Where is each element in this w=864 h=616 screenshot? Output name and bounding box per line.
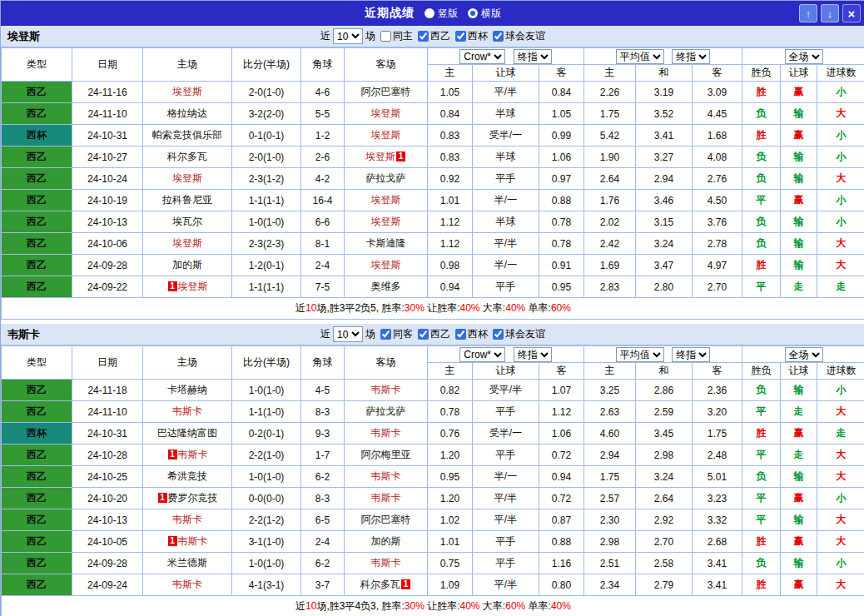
summary-segment: 让胜率:: [425, 302, 460, 314]
recent-count-select[interactable]: 10: [333, 28, 363, 44]
match-score: 1-0(1-0): [232, 211, 301, 233]
asia-home-odds: 0.76: [428, 423, 473, 445]
match-row: 西乙24-10-201费罗尔竞技0-0(0-0)8-3韦斯卡1.20平/半0.7…: [2, 488, 864, 509]
checkbox-label: 西乙: [430, 29, 450, 43]
average-select[interactable]: 平均值: [616, 347, 664, 362]
match-row: 西乙24-09-28加的斯1-2(0-1)2-4埃登斯0.98半/一0.911.…: [2, 255, 864, 276]
average-stage-select[interactable]: 终指: [672, 347, 710, 362]
same-venue-checkbox[interactable]: [380, 31, 391, 42]
euro-draw-odds: 2.64: [636, 488, 693, 509]
odds-company-select[interactable]: Crow*: [459, 347, 505, 362]
goals-result: 小: [817, 488, 864, 509]
radio-icon[interactable]: [425, 8, 434, 18]
friendly-checkbox[interactable]: [493, 329, 504, 340]
summary-segment: 近: [295, 600, 305, 612]
filter-checkbox-friendly[interactable]: 球会友谊: [490, 327, 545, 341]
match-result: 负: [742, 553, 781, 574]
euro-draw-odds: 2.80: [636, 276, 693, 298]
corners: 1-2: [301, 125, 345, 147]
segunda-checkbox[interactable]: [418, 31, 429, 42]
filter-checkbox-segunda[interactable]: 西乙: [415, 327, 450, 341]
home-team: 1韦斯卡: [143, 445, 232, 466]
filter-checkbox-copa[interactable]: 西杯: [453, 327, 488, 341]
filter-checkbox-friendly[interactable]: 球会友谊: [490, 29, 545, 43]
euro-away-odds: 4.97: [693, 255, 742, 276]
match-result: 负: [742, 147, 781, 168]
col-header-home: 主场: [143, 346, 232, 380]
copa-checkbox[interactable]: [455, 329, 466, 340]
team-name: 韦斯卡: [371, 427, 401, 439]
scope-select[interactable]: 全场: [785, 347, 823, 362]
team-name: 加的斯: [371, 535, 401, 547]
away-team: 萨拉戈萨: [345, 168, 428, 190]
euro-draw-odds: 2.58: [636, 553, 693, 574]
col-header-euro-home: 主: [584, 65, 636, 82]
col-header-asia-away: 客: [539, 65, 584, 82]
league-badge: 西乙: [2, 380, 72, 401]
team-name: 埃登斯: [172, 237, 202, 249]
odds-stage-select[interactable]: 终指: [514, 49, 552, 64]
filter-checkbox-copa[interactable]: 西杯: [453, 29, 488, 43]
asia-handicap: 半球: [473, 103, 539, 125]
match-date: 24-10-28: [72, 445, 143, 466]
asia-away-odds: 0.91: [539, 255, 584, 276]
home-team: 科尔多瓦: [143, 147, 232, 168]
copa-checkbox[interactable]: [455, 31, 466, 42]
asia-handicap: 半/一: [473, 466, 539, 488]
checkbox-label: 球会友谊: [505, 327, 545, 341]
goals-result: 大: [817, 445, 864, 466]
match-date: 24-11-10: [72, 401, 143, 423]
filter-checkbox-same-venue[interactable]: 同主: [378, 29, 413, 43]
scroll-up-button[interactable]: ↑: [799, 4, 817, 22]
euro-home-odds: 2.98: [584, 531, 636, 553]
handicap-result: 输: [781, 103, 817, 125]
filter-checkbox-segunda[interactable]: 西乙: [415, 29, 450, 43]
radio-icon[interactable]: [468, 8, 478, 18]
col-header-corners: 角球: [301, 48, 345, 82]
team-name: 巴达隆纳富图: [157, 427, 217, 439]
euro-away-odds: 2.78: [693, 233, 742, 255]
corners: 9-3: [301, 423, 345, 445]
average-select[interactable]: 平均值: [616, 49, 664, 64]
layout-option-vertical[interactable]: 竖版: [425, 7, 458, 21]
same-venue-checkbox[interactable]: [380, 329, 391, 340]
league-badge: 西杯: [2, 125, 72, 147]
scope-header: 全场: [742, 346, 864, 363]
odds-stage-select[interactable]: 终指: [514, 347, 552, 362]
col-header-asia-away: 客: [539, 363, 584, 380]
home-team: 韦斯卡: [143, 509, 232, 531]
summary-row-wrap: 近10场,胜3平4负3, 胜率:30% 让胜率:40% 大率:60% 单率:40…: [2, 596, 864, 616]
odds-company-select[interactable]: Crow*: [459, 49, 505, 64]
league-badge: 西乙: [2, 531, 72, 553]
close-button[interactable]: ×: [842, 4, 861, 22]
asia-odds-header: Crow* 终指: [428, 346, 584, 363]
match-row: 西乙24-09-28米兰德斯1-0(1-0)6-2韦斯卡0.75平手1.162.…: [2, 553, 864, 574]
segunda-checkbox[interactable]: [418, 329, 429, 340]
goals-result: 大: [817, 509, 864, 531]
match-result: 负: [742, 168, 781, 190]
euro-home-odds: 1.76: [584, 190, 636, 211]
friendly-checkbox[interactable]: [493, 31, 504, 42]
team-name: 米兰德斯: [167, 557, 207, 569]
average-stage-select[interactable]: 终指: [672, 49, 710, 64]
corners: 7-5: [301, 276, 345, 298]
euro-away-odds: 3.23: [693, 488, 742, 509]
recent-count-select[interactable]: 10: [333, 326, 363, 342]
goals-result: 走: [817, 276, 864, 298]
scope-select[interactable]: 全场: [785, 49, 823, 64]
filter-checkbox-same-venue[interactable]: 同客: [378, 327, 413, 341]
corners: 8-1: [301, 233, 345, 255]
layout-option-horizontal[interactable]: 横版: [468, 7, 501, 21]
asia-handicap: 半/一: [473, 255, 539, 276]
scroll-down-button[interactable]: ↓: [821, 4, 839, 22]
corners: 5-5: [301, 103, 345, 125]
team-name: 韦斯卡: [178, 535, 208, 547]
col-header-euro-draw: 和: [636, 65, 693, 82]
col-header-euro-draw: 和: [636, 363, 693, 380]
asia-home-odds: 0.94: [428, 276, 473, 298]
asia-handicap: 平/半: [473, 488, 539, 509]
summary-segment: 40%: [460, 600, 480, 612]
col-header-goals-result: 进球数: [817, 65, 864, 82]
handicap-result: 走: [781, 276, 817, 298]
red-card-badge: 1: [168, 281, 177, 291]
